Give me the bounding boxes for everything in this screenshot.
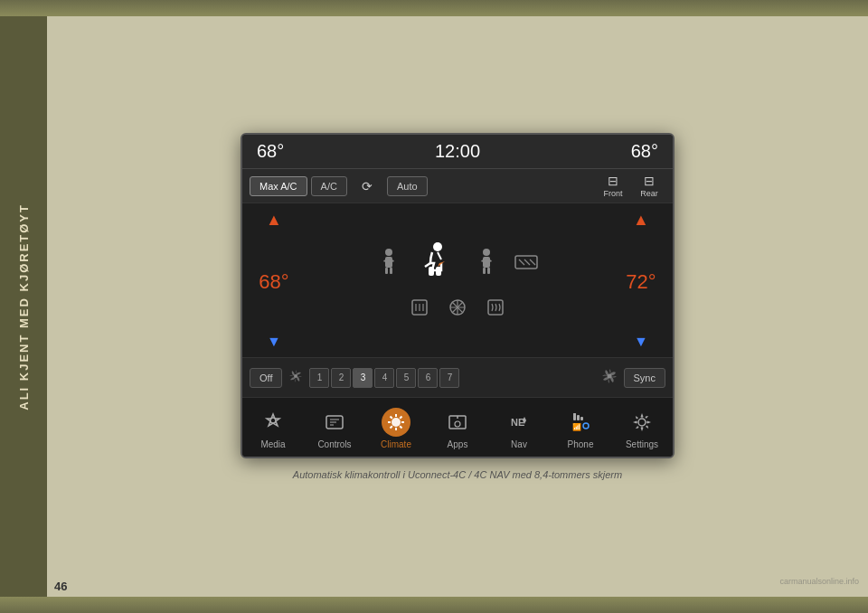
svg-line-19 <box>530 259 535 265</box>
svg-point-6 <box>433 242 442 251</box>
settings-icon <box>627 408 656 437</box>
media-label: Media <box>260 439 285 449</box>
right-temp-control: ▲ 72° ▼ <box>609 203 673 357</box>
fan-speed-1[interactable]: 1 <box>309 368 329 388</box>
svg-line-43 <box>400 426 401 428</box>
rear-defrost-icon[interactable] <box>514 253 539 277</box>
svg-point-47 <box>455 421 460 427</box>
fan-speed-7[interactable]: 7 <box>439 368 459 388</box>
svg-point-37 <box>392 418 401 427</box>
phone-icon: 📶 <box>566 408 595 437</box>
svg-rect-7 <box>429 267 434 276</box>
watermark: carmanualsonline.info <box>779 577 859 586</box>
svg-text:NE: NE <box>511 417 524 428</box>
svg-line-44 <box>400 416 401 418</box>
svg-rect-16 <box>515 256 537 269</box>
svg-rect-4 <box>385 268 388 274</box>
main-content: 68° 12:00 68° Max A/C A/C ⟳ Auto ⊟ Front… <box>47 16 868 597</box>
sync-button[interactable]: Sync <box>624 368 665 388</box>
nav-icon: NE <box>505 408 533 437</box>
seat-heat-left-icon[interactable] <box>410 297 429 321</box>
screen-top-bar: 68° 12:00 68° <box>242 135 673 169</box>
svg-rect-11 <box>483 257 490 268</box>
seat-cool-icon[interactable] <box>448 297 467 321</box>
left-temp-down-button[interactable]: ▼ <box>267 334 281 350</box>
nav-nav-label: Nav <box>511 439 527 449</box>
seat-row-top <box>376 240 539 290</box>
infotainment-screen: 68° 12:00 68° Max A/C A/C ⟳ Auto ⊟ Front… <box>241 133 675 458</box>
temp-left-display: 68° <box>257 141 284 162</box>
svg-rect-5 <box>390 268 392 274</box>
climate-label: Climate <box>381 439 411 449</box>
svg-rect-53 <box>580 417 583 420</box>
nav-item-controls[interactable]: Controls <box>308 408 361 449</box>
fan-speed-5[interactable]: 5 <box>396 368 416 388</box>
right-temp-up-button[interactable]: ▲ <box>633 211 649 230</box>
left-temp-control: ▲ 68° ▼ <box>242 203 306 357</box>
left-temp-up-button[interactable]: ▲ <box>266 211 282 230</box>
svg-rect-15 <box>487 268 490 274</box>
media-icon <box>259 408 288 437</box>
top-decorative-bar <box>0 0 868 16</box>
nav-bar: Media Controls <box>242 397 673 458</box>
svg-rect-1 <box>385 257 392 268</box>
right-temp-value: 72° <box>626 270 656 294</box>
fan-speed-area: Off 1 2 3 4 5 6 7 <box>242 357 673 397</box>
svg-rect-52 <box>577 415 580 420</box>
apps-label: Apps <box>448 439 468 449</box>
bottom-decorative-bar <box>0 597 868 613</box>
auto-button[interactable]: Auto <box>387 176 428 196</box>
svg-rect-8 <box>436 267 441 276</box>
front-label: Front <box>603 189 622 198</box>
side-label-text: ALI KJENT MED KJØRETØYT <box>17 203 31 410</box>
recirc-button[interactable]: ⟳ <box>351 179 383 193</box>
svg-point-0 <box>385 249 392 256</box>
controls-icon <box>320 408 349 437</box>
nav-item-settings[interactable]: Settings <box>616 408 668 449</box>
time-display: 12:00 <box>435 141 480 162</box>
seat-heat-right-icon[interactable] <box>486 297 505 321</box>
side-label-container: ALI KJENT MED KJØRETØYT <box>0 16 47 597</box>
seat-heat-row <box>410 297 505 321</box>
svg-point-54 <box>583 423 589 429</box>
fan-speed-6[interactable]: 6 <box>418 368 438 388</box>
left-seat-icon[interactable] <box>376 248 401 282</box>
fan-speed-2[interactable]: 2 <box>331 368 351 388</box>
fan-off-button[interactable]: Off <box>250 368 282 388</box>
nav-item-media[interactable]: Media <box>247 408 299 449</box>
recirc-icon: ⟳ <box>362 179 373 193</box>
svg-rect-14 <box>483 268 486 274</box>
max-ac-button[interactable]: Max A/C <box>250 176 307 196</box>
climate-controls-bar: Max A/C A/C ⟳ Auto ⊟ Front ⊟ Rear <box>242 169 673 203</box>
phone-label: Phone <box>568 439 594 449</box>
svg-point-32 <box>270 418 276 423</box>
ac-button[interactable]: A/C <box>311 176 347 196</box>
fan-icon-right <box>600 367 618 389</box>
nav-item-nav[interactable]: NE Nav <box>493 408 545 449</box>
nav-item-apps[interactable]: Apps <box>431 408 484 449</box>
svg-rect-51 <box>573 413 576 419</box>
fan-icon-left <box>288 368 304 388</box>
rear-label: Rear <box>640 189 658 198</box>
right-temp-down-button[interactable]: ▼ <box>634 334 648 350</box>
svg-line-18 <box>524 259 530 265</box>
temp-right-display: 68° <box>631 141 658 162</box>
fan-speed-buttons: 1 2 3 4 5 6 7 <box>309 368 459 388</box>
svg-line-17 <box>519 259 524 265</box>
apps-icon <box>443 408 472 437</box>
driver-seat-icon[interactable] <box>416 240 459 290</box>
fan-speed-4[interactable]: 4 <box>374 368 394 388</box>
right-seat-icon[interactable] <box>474 248 499 282</box>
seats-area <box>306 203 609 357</box>
climate-icon <box>382 408 410 437</box>
svg-point-10 <box>483 249 490 256</box>
fan-speed-3[interactable]: 3 <box>353 368 373 388</box>
controls-label: Controls <box>317 439 351 449</box>
caption-text: Automatisk klimakontroll i Uconnect-4C /… <box>293 469 622 480</box>
front-vent-button[interactable]: ⊟ Front <box>597 174 629 198</box>
rear-vent-icon: ⊟ <box>644 174 655 188</box>
nav-item-phone[interactable]: 📶 Phone <box>554 408 607 449</box>
rear-vent-button[interactable]: ⊟ Rear <box>633 174 665 198</box>
left-temp-value: 68° <box>259 270 288 294</box>
nav-item-climate[interactable]: Climate <box>370 408 422 449</box>
